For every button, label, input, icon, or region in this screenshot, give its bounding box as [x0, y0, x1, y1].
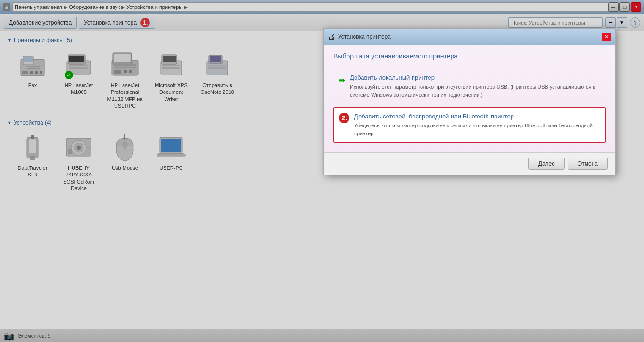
cancel-button[interactable]: Отмена [568, 158, 608, 170]
option2-text: Добавить сетевой, беспроводной или Bluet… [354, 113, 600, 137]
dialog-heading: Выбор типа устанавливаемого принтера [333, 52, 606, 60]
option2-title: Добавить сетевой, беспроводной или Bluet… [354, 113, 600, 120]
dialog-inner: Выбор типа устанавливаемого принтера ➡ Д… [324, 45, 615, 152]
option2-desc: Убедитесь, что компьютер подключен к сет… [354, 122, 600, 137]
dialog-overlay: 🖨 Установка принтера ✕ Выбор типа устана… [0, 0, 644, 342]
install-printer-dialog: 🖨 Установка принтера ✕ Выбор типа устана… [323, 28, 616, 175]
green-arrow-icon: ➡ [338, 75, 345, 85]
option1-desc: Используйте этот параметр только при отс… [350, 83, 601, 99]
option-local-printer[interactable]: ➡ Добавить локальный принтер Используйте… [333, 69, 606, 103]
next-button[interactable]: Далее [528, 158, 565, 170]
dialog-body: Выбор типа устанавливаемого принтера ➡ Д… [324, 45, 615, 175]
dialog-titlebar: 🖨 Установка принтера ✕ [324, 29, 615, 45]
dialog-title-area: 🖨 Установка принтера [328, 33, 391, 41]
dialog-footer: Далее Отмена [324, 152, 615, 175]
step2-badge: 2. [339, 113, 349, 123]
option1-text: Добавить локальный принтер Используйте э… [350, 74, 601, 99]
dialog-printer-icon: 🖨 [328, 33, 335, 41]
option1-title: Добавить локальный принтер [350, 74, 601, 81]
dialog-title: Установка принтера [338, 33, 391, 40]
dialog-close-button[interactable]: ✕ [602, 33, 611, 41]
option-network-printer[interactable]: 2. Добавить сетевой, беспроводной или Bl… [333, 107, 606, 143]
